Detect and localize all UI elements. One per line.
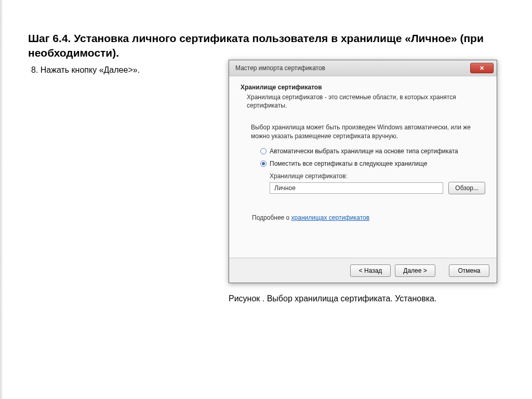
page-edge-shadow [0,0,3,399]
certificate-import-wizard: Мастер импорта сертификатов ✕ Хранилище … [229,60,497,283]
radio-manual-row[interactable]: Поместить все сертификаты в следующее хр… [260,160,485,167]
radio-manual-label: Поместить все сертификаты в следующее хр… [270,160,427,167]
page-title: Шаг 6.4. Установка личного сертификата п… [28,31,496,61]
window-title: Мастер импорта сертификатов [235,64,470,72]
browse-button[interactable]: Обзор... [448,182,485,194]
radio-auto-icon [260,148,267,154]
close-button[interactable]: ✕ [470,63,494,73]
radio-auto-label: Автоматически выбрать хранилище на основ… [270,148,458,155]
store-block: Хранилище сертификатов: Личное Обзор... [241,172,485,194]
store-value: Личное [274,184,296,192]
store-input[interactable]: Личное [270,182,443,194]
more-link[interactable]: хранилищах сертификатов [291,214,369,221]
titlebar: Мастер импорта сертификатов ✕ [229,60,497,76]
back-button[interactable]: < Назад [350,264,391,277]
store-label: Хранилище сертификатов: [270,172,485,180]
more-info: Подробнее о хранилищах сертификатов [252,214,369,221]
close-icon: ✕ [480,65,484,72]
more-prefix: Подробнее о [252,214,291,221]
back-label: < Назад [359,267,382,274]
cancel-label: Отмена [458,267,480,274]
wizard-footer: < Назад Далее > Отмена [229,258,497,283]
next-button[interactable]: Далее > [395,264,435,277]
browse-label: Обзор... [455,184,478,192]
section-description: Хранилища сертификатов - это системные о… [241,93,485,110]
figure-caption: Рисунок . Выбор хранилища сертификата. У… [229,294,436,303]
next-label: Далее > [403,267,427,274]
instruction-text: 8. Нажать кнопку «Далее>». [31,65,140,75]
radio-manual-icon [260,161,267,167]
cancel-button[interactable]: Отмена [449,264,489,277]
wizard-content: Хранилище сертификатов Хранилища сертифи… [229,76,497,258]
section-title: Хранилище сертификатов [241,84,485,91]
radio-group: Автоматически выбрать хранилище на основ… [241,148,485,167]
radio-auto-row[interactable]: Автоматически выбрать хранилище на основ… [260,148,485,155]
body-text: Выбор хранилища может быть произведен Wi… [241,123,485,140]
